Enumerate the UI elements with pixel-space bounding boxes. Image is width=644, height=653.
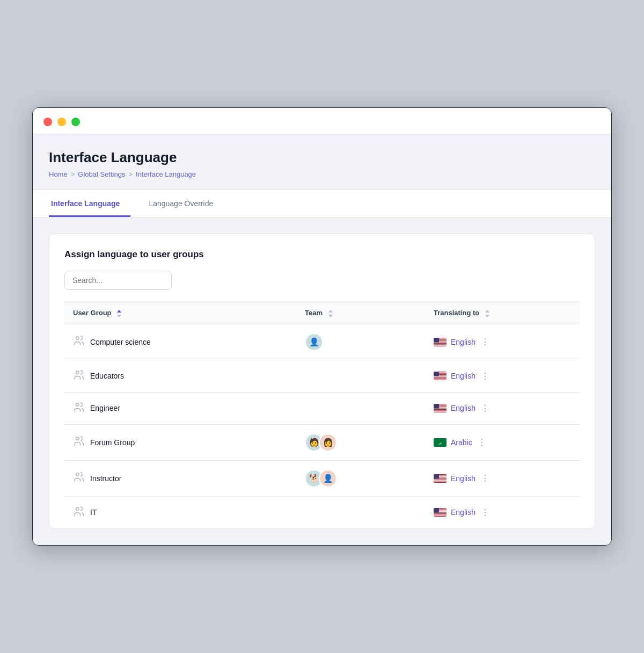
group-users-icon	[73, 505, 85, 520]
language-flag	[434, 508, 447, 517]
language-name: English	[451, 474, 475, 483]
team-cell: 🧑👩	[296, 424, 425, 460]
group-name-label: Forum Group	[90, 438, 135, 447]
column-translating-to: Translating to	[425, 302, 580, 324]
svg-point-27	[76, 437, 79, 440]
search-input[interactable]	[64, 271, 172, 290]
sort-team-icon[interactable]	[328, 310, 333, 317]
user-group-cell: Forum Group	[64, 424, 296, 460]
sort-user-group-icon[interactable]	[116, 310, 122, 317]
user-group-cell: Educators	[64, 360, 296, 392]
team-cell: 👤	[296, 324, 425, 360]
svg-rect-5	[434, 342, 447, 343]
group-name-label: Educators	[90, 372, 124, 380]
group-users-icon	[73, 471, 85, 485]
table-row: Educators English ⋮	[64, 360, 580, 392]
team-cell	[296, 360, 425, 392]
tab-language-override[interactable]: Language Override	[147, 190, 224, 217]
group-users-icon	[73, 435, 85, 449]
svg-rect-16	[434, 379, 447, 380]
language-name: English	[451, 372, 475, 380]
svg-point-9	[76, 371, 79, 374]
team-cell	[296, 496, 425, 528]
breadcrumb-global-settings[interactable]: Global Settings	[78, 170, 125, 178]
group-users-icon	[73, 335, 85, 349]
language-menu-icon[interactable]: ⋮	[478, 437, 486, 447]
svg-rect-14	[434, 376, 447, 377]
svg-rect-23	[434, 409, 447, 409]
content-area: Assign language to user groups User Grou…	[33, 217, 611, 545]
group-name-label: Instructor	[90, 474, 121, 483]
titlebar	[33, 108, 611, 134]
svg-rect-36	[434, 480, 447, 481]
user-group-cell: IT	[64, 496, 296, 528]
translating-to-cell: عر Arabic ⋮	[425, 424, 580, 460]
svg-rect-17	[434, 372, 439, 376]
language-menu-icon[interactable]: ⋮	[481, 403, 489, 413]
breadcrumb-sep-1: >	[71, 170, 75, 178]
user-group-cell: Computer science	[64, 324, 296, 360]
breadcrumb-current: Interface Language	[136, 170, 196, 178]
team-cell	[296, 392, 425, 424]
page-header: Interface Language Home > Global Setting…	[33, 134, 611, 190]
column-team: Team	[296, 302, 425, 324]
assign-language-card: Assign language to user groups User Grou…	[49, 234, 595, 529]
language-name: English	[451, 338, 475, 346]
table-row: IT English ⋮	[64, 496, 580, 528]
svg-point-18	[76, 403, 79, 406]
tab-interface-language[interactable]: Interface Language	[49, 190, 130, 217]
user-group-cell: Instructor	[64, 460, 296, 496]
svg-rect-44	[434, 513, 447, 513]
language-menu-icon[interactable]: ⋮	[481, 507, 489, 518]
svg-rect-7	[434, 345, 447, 345]
group-users-icon	[73, 401, 85, 416]
card-title: Assign language to user groups	[64, 249, 580, 260]
language-flag	[434, 474, 447, 483]
table-header-row: User Group Team	[64, 302, 580, 324]
table-row: Forum Group 🧑👩 عر Arabic ⋮	[64, 424, 580, 460]
breadcrumb: Home > Global Settings > Interface Langu…	[49, 170, 595, 178]
sort-translating-icon[interactable]	[485, 310, 490, 317]
language-flag	[434, 404, 447, 412]
language-name: Arabic	[451, 438, 472, 447]
group-name-label: Engineer	[90, 404, 120, 412]
user-groups-table: User Group Team	[64, 302, 580, 528]
svg-rect-37	[434, 481, 447, 482]
group-name-label: IT	[90, 508, 97, 517]
svg-rect-45	[434, 514, 447, 514]
column-user-group: User Group	[64, 302, 296, 324]
svg-rect-15	[434, 378, 447, 378]
language-menu-icon[interactable]: ⋮	[481, 337, 489, 347]
svg-rect-6	[434, 344, 447, 344]
team-cell: 🐕👤	[296, 460, 425, 496]
svg-rect-35	[434, 478, 447, 479]
svg-rect-46	[434, 516, 447, 516]
language-flag	[434, 372, 447, 380]
svg-point-39	[76, 507, 79, 510]
language-name: English	[451, 508, 475, 517]
language-menu-icon[interactable]: ⋮	[481, 473, 489, 483]
language-menu-icon[interactable]: ⋮	[481, 371, 489, 381]
close-button[interactable]	[43, 118, 52, 126]
page-title: Interface Language	[49, 149, 595, 166]
table-row: Engineer English ⋮	[64, 392, 580, 424]
svg-rect-24	[434, 410, 447, 410]
translating-to-cell: English ⋮	[425, 496, 580, 528]
svg-point-30	[76, 473, 79, 476]
svg-rect-26	[434, 404, 439, 409]
svg-point-0	[76, 337, 79, 340]
minimize-button[interactable]	[57, 118, 66, 126]
main-window: Interface Language Home > Global Setting…	[32, 107, 612, 546]
maximize-button[interactable]	[71, 118, 80, 126]
svg-rect-47	[434, 508, 439, 513]
svg-text:عر: عر	[438, 441, 442, 445]
translating-to-cell: English ⋮	[425, 324, 580, 360]
svg-rect-38	[434, 474, 439, 479]
language-name: English	[451, 404, 475, 412]
svg-rect-8	[434, 338, 439, 343]
translating-to-cell: English ⋮	[425, 460, 580, 496]
breadcrumb-home[interactable]: Home	[49, 170, 68, 178]
table-row: Instructor 🐕👤 English ⋮	[64, 460, 580, 496]
breadcrumb-sep-2: >	[128, 170, 133, 178]
svg-rect-25	[434, 411, 447, 412]
